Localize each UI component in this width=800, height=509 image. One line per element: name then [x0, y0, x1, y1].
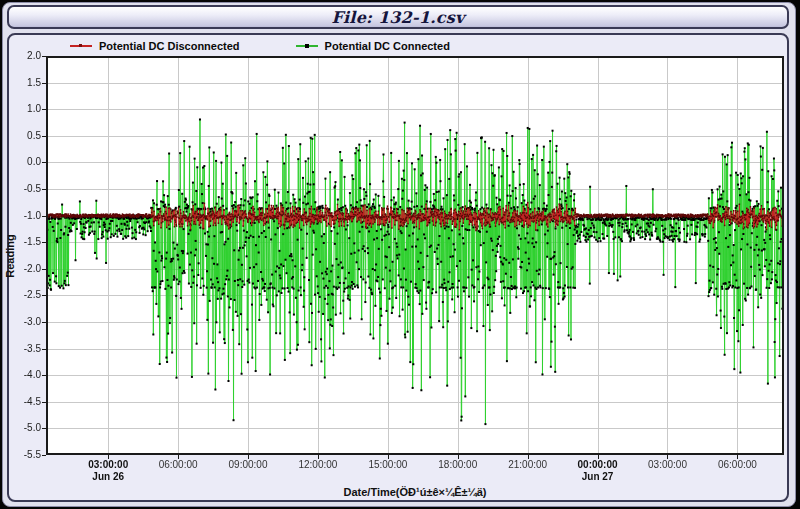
y-tick-label: -2.5: [11, 289, 41, 300]
x-axis-title: Date/Time(ÖÐ¹ú±ê×¼Ê±¼ä): [265, 486, 565, 498]
file-title: File: 132-1.csv: [332, 8, 465, 27]
x-tick-label: 06:00:00: [148, 459, 208, 470]
x-tick-label: 00:00:00: [568, 459, 628, 470]
y-tick-label: 1.0: [11, 103, 41, 114]
y-axis-title: Reading: [4, 216, 18, 296]
y-tick-label: -4.0: [11, 369, 41, 380]
x-tick-date-label: Jun 27: [568, 471, 628, 482]
y-tick-label: 1.5: [11, 77, 41, 88]
y-tick-label: -3.5: [11, 343, 41, 354]
x-tick-label: 18:00:00: [428, 459, 488, 470]
x-tick-label: 15:00:00: [358, 459, 418, 470]
green-line-marker-icon: [296, 45, 318, 47]
y-tick-label: 0.5: [11, 130, 41, 141]
y-tick-label: -4.5: [11, 396, 41, 407]
y-tick-label: -5.5: [11, 449, 41, 460]
x-tick-label: 06:00:00: [707, 459, 767, 470]
x-tick-label: 03:00:00: [637, 459, 697, 470]
x-tick-label: 03:00:00: [78, 459, 138, 470]
y-tick-label: -2.0: [11, 263, 41, 274]
title-bar: File: 132-1.csv: [7, 5, 789, 29]
x-tick-label: 12:00:00: [288, 459, 348, 470]
x-tick-label: 09:00:00: [218, 459, 278, 470]
y-tick-label: -5.0: [11, 422, 41, 433]
red-line-marker-icon: [70, 45, 92, 47]
y-tick-label: -0.5: [11, 183, 41, 194]
y-tick-label: -3.0: [11, 316, 41, 327]
x-tick-label: 21:00:00: [498, 459, 558, 470]
y-tick-label: 0.0: [11, 156, 41, 167]
chart-plot-area[interactable]: [40, 50, 790, 462]
x-tick-date-label: Jun 26: [78, 471, 138, 482]
y-tick-label: -1.5: [11, 236, 41, 247]
y-tick-label: -1.0: [11, 210, 41, 221]
y-tick-label: 2.0: [11, 50, 41, 61]
